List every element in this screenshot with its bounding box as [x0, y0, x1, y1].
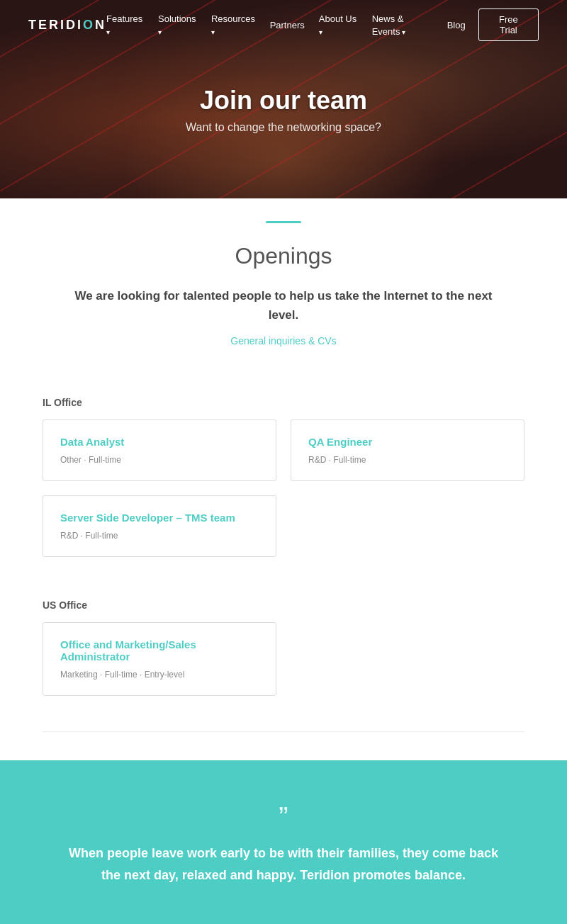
il-office-label: IL Office — [43, 397, 524, 408]
general-inquiries-link[interactable]: General inquiries & CVs — [230, 335, 336, 346]
openings-section: Openings We are looking for talented peo… — [0, 229, 567, 376]
job-title: QA Engineer — [308, 436, 507, 448]
job-meta: Other · Full-time — [60, 455, 259, 465]
free-trial-button[interactable]: Free Trial — [478, 9, 539, 41]
nav-resources[interactable]: Resources — [211, 13, 255, 37]
job-title: Server Side Developer – TMS team — [60, 512, 259, 524]
openings-title: Openings — [43, 243, 524, 269]
hero-subtitle: Want to change the networking space? — [186, 121, 381, 134]
job-card-qa-engineer[interactable]: QA Engineer R&D · Full-time — [291, 419, 524, 481]
job-title: Office and Marketing/Sales Administrator — [60, 638, 259, 663]
openings-description: We are looking for talented people to he… — [71, 286, 496, 325]
job-meta: R&D · Full-time — [308, 455, 507, 465]
nav-features[interactable]: Features — [106, 13, 142, 37]
job-title: Data Analyst — [60, 436, 259, 448]
nav-partners[interactable]: Partners — [270, 20, 305, 30]
job-card-server-side-dev[interactable]: Server Side Developer – TMS team R&D · F… — [43, 495, 276, 557]
nav-solutions[interactable]: Solutions — [158, 13, 196, 37]
divider-bar — [266, 221, 301, 223]
hero-title: Join our team — [186, 86, 381, 116]
site-logo[interactable]: TERIDION — [28, 18, 106, 33]
nav-links: Features Solutions Resources Partners Ab… — [106, 12, 466, 38]
job-card-data-analyst[interactable]: Data Analyst Other · Full-time — [43, 419, 276, 481]
us-office-group: US Office Office and Marketing/Sales Adm… — [0, 578, 567, 703]
job-card-office-admin[interactable]: Office and Marketing/Sales Administrator… — [43, 622, 276, 696]
main-nav: TERIDION Features Solutions Resources Pa… — [0, 0, 567, 50]
nav-news[interactable]: News & Events — [372, 13, 406, 37]
us-office-label: US Office — [43, 599, 524, 611]
spacer — [0, 732, 567, 760]
job-meta: Marketing · Full-time · Entry-level — [60, 670, 259, 680]
nav-about[interactable]: About Us — [319, 13, 357, 37]
job-meta: R&D · Full-time — [60, 531, 259, 541]
quote-text: When people leave work early to be with … — [64, 843, 503, 886]
us-jobs-grid: Office and Marketing/Sales Administrator… — [43, 622, 524, 696]
section-divider — [0, 198, 567, 229]
il-office-group: IL Office Data Analyst Other · Full-time… — [0, 376, 567, 564]
il-jobs-grid: Data Analyst Other · Full-time QA Engine… — [43, 419, 524, 557]
quote-mark-icon: ” — [57, 803, 510, 831]
hero-content: Join our team Want to change the network… — [186, 64, 381, 134]
quote-section: ” When people leave work early to be wit… — [0, 760, 567, 924]
nav-blog[interactable]: Blog — [447, 20, 466, 30]
